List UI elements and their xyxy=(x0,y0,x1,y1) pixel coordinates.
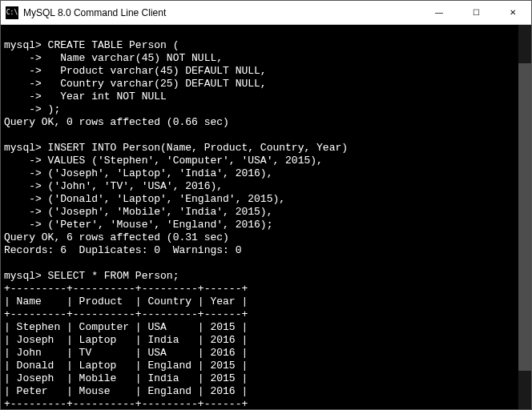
create-line: -> Product varchar(45) DEFAULT NULL, xyxy=(4,65,267,77)
close-button[interactable]: ✕ xyxy=(494,1,531,24)
query-result: Query OK, 6 rows affected (0.31 sec) xyxy=(4,231,229,243)
create-line: -> Year int NOT NULL xyxy=(4,90,167,102)
insert-line: -> ('Donald', 'Laptop', 'England', 2015)… xyxy=(4,193,285,205)
table-row: | John | TV | USA | 2016 | xyxy=(4,347,248,359)
table-row: | Stephen | Computer | USA | 2015 | xyxy=(4,321,248,333)
table-row: | Joseph | Laptop | India | 2016 | xyxy=(4,334,248,346)
scrollbar-thumb[interactable] xyxy=(518,63,531,371)
table-border: +---------+----------+---------+------+ xyxy=(4,308,248,320)
create-line: -> ); xyxy=(4,103,60,115)
vertical-scrollbar[interactable] xyxy=(518,25,531,409)
window-titlebar: C:\ MySQL 8.0 Command Line Client — ☐ ✕ xyxy=(1,1,531,25)
window-title: MySQL 8.0 Command Line Client xyxy=(23,7,421,18)
table-header: | Name | Product | Country | Year | xyxy=(4,295,248,308)
window-controls: — ☐ ✕ xyxy=(421,1,531,24)
table-row: | Peter | Mouse | England | 2016 | xyxy=(4,385,248,397)
table-border: +---------+----------+---------+------+ xyxy=(4,283,248,295)
terminal-output[interactable]: mysql> CREATE TABLE Person ( -> Name var… xyxy=(1,25,531,409)
insert-line: -> ('John', 'TV', 'USA', 2016), xyxy=(4,180,223,192)
create-line: mysql> CREATE TABLE Person ( xyxy=(4,39,179,51)
app-icon: C:\ xyxy=(6,6,18,19)
create-line: -> Name varchar(45) NOT NULL, xyxy=(4,52,223,64)
insert-line: -> ('Joseph', 'Mobile', 'India', 2015), xyxy=(4,206,272,218)
maximize-button[interactable]: ☐ xyxy=(457,1,494,24)
insert-line: -> ('Joseph', 'Laptop', 'India', 2016), xyxy=(4,167,272,179)
insert-line: -> VALUES ('Stephen', 'Computer', 'USA',… xyxy=(4,155,323,167)
query-result: Query OK, 0 rows affected (0.66 sec) xyxy=(4,116,229,128)
table-row: | Donald | Laptop | England | 2015 | xyxy=(4,360,248,372)
query-result: Records: 6 Duplicates: 0 Warnings: 0 xyxy=(4,244,241,256)
insert-line: -> ('Peter', 'Mouse', 'England', 2016); xyxy=(4,219,272,231)
table-row: | Joseph | Mobile | India | 2015 | xyxy=(4,372,248,384)
table-border: +---------+----------+---------+------+ xyxy=(4,398,248,409)
create-line: -> Country varchar(25) DEFAULT NULL, xyxy=(4,78,267,90)
insert-line: mysql> INSERT INTO Person(Name, Product,… xyxy=(4,142,348,154)
minimize-button[interactable]: — xyxy=(421,1,457,24)
select-query: mysql> SELECT * FROM Person; xyxy=(4,270,179,282)
